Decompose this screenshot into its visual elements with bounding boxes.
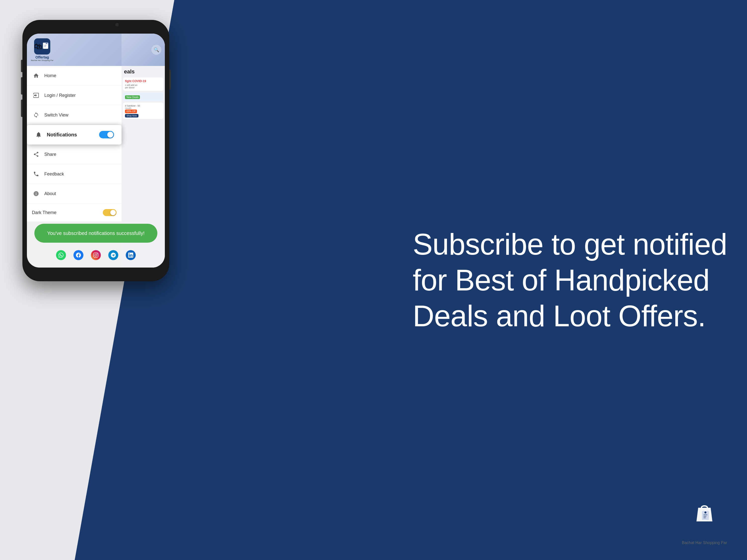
phone-volume-up-button: [21, 60, 22, 72]
feedback-label: Feedback: [44, 171, 117, 177]
switch-view-icon: [32, 111, 40, 119]
share-label: Share: [44, 152, 117, 157]
headline-line1: Subscribe to get notified: [413, 226, 727, 262]
about-icon: [32, 189, 40, 198]
notifications-icon: [34, 130, 43, 139]
deals-card-3: d Sanitizer - 50 Health 69% Off Shop Now: [123, 103, 163, 119]
svg-rect-4: [44, 46, 46, 46]
menu-item-feedback[interactable]: Feedback: [27, 164, 122, 184]
right-content: Subscribe to get notified for Best of Ha…: [413, 226, 727, 334]
phone-power-button: [169, 70, 171, 89]
notifications-toggle[interactable]: [99, 131, 114, 138]
svg-point-2: [46, 43, 47, 44]
bottom-logo-icon: [688, 497, 721, 529]
offertag-bottom-logo-svg: [694, 502, 714, 524]
bottom-logo-name: Offertag: [689, 531, 720, 540]
menu-item-about[interactable]: About: [27, 184, 122, 204]
menu-list: Home Login / Register Switch View: [27, 66, 122, 222]
phone-silent-button: [21, 100, 22, 117]
deals-card-1: fight COVID-19 n will add anper donor: [123, 77, 163, 91]
menu-item-switch-view[interactable]: Switch View: [27, 105, 122, 125]
instagram-icon[interactable]: [91, 250, 101, 260]
dark-theme-label: Dark Theme: [32, 210, 103, 215]
svg-point-7: [704, 511, 706, 513]
menu-item-home[interactable]: Home: [27, 66, 122, 86]
dark-theme-toggle[interactable]: [103, 209, 117, 216]
phone-device: Offertag Bachat Har Shopping Par 🔍 eals …: [22, 20, 169, 281]
linkedin-icon[interactable]: [126, 250, 136, 260]
discount-badge: 69% Off: [125, 109, 137, 113]
toast-message: You've subscribed notifications successf…: [34, 224, 157, 243]
social-icons-bar: [27, 250, 165, 260]
phone-body: Offertag Bachat Har Shopping Par 🔍 eals …: [22, 20, 169, 281]
svg-rect-10: [703, 517, 706, 518]
phone-volume-down-button: [21, 77, 22, 95]
svg-rect-3: [44, 45, 47, 46]
new-deals-badge: New Deals: [125, 95, 140, 99]
share-icon: [32, 150, 40, 159]
app-logo: Offertag Bachat Har Shopping Par: [31, 38, 54, 61]
about-label: About: [44, 191, 117, 196]
headline-line2: for Best of Handpicked: [413, 262, 727, 298]
deals-card-1-text: n will add anper donor: [125, 84, 161, 89]
phone-camera: [115, 23, 119, 26]
offertag-logo-svg: [42, 41, 50, 51]
search-button[interactable]: 🔍: [151, 45, 161, 55]
app-bg-header: 🔍: [122, 34, 165, 66]
switch-view-label: Switch View: [44, 112, 117, 118]
whatsapp-icon[interactable]: [56, 250, 66, 260]
deals-card-3-text: d Sanitizer - 50: [125, 105, 161, 107]
bottom-logo: Offertag Bachat Har Shopping Par: [682, 497, 727, 545]
deals-title: eals: [122, 66, 165, 76]
headline-line3: Deals and Loot Offers.: [413, 298, 727, 334]
toast-text: You've subscribed notifications successf…: [47, 231, 145, 236]
notifications-label: Notifications: [47, 132, 99, 138]
login-icon: [32, 91, 40, 100]
headline: Subscribe to get notified for Best of Ha…: [413, 226, 727, 334]
svg-rect-5: [44, 47, 46, 47]
feedback-icon: [32, 170, 40, 178]
home-label: Home: [44, 73, 117, 78]
menu-item-notifications[interactable]: Notifications: [27, 125, 122, 144]
svg-rect-8: [703, 514, 707, 515]
menu-item-login[interactable]: Login / Register: [27, 86, 122, 105]
facebook-icon[interactable]: [74, 250, 83, 260]
app-logo-icon: [34, 38, 50, 54]
app-tagline-label: Bachat Har Shopping Par: [31, 59, 54, 61]
login-label: Login / Register: [44, 93, 117, 98]
deals-card-1-title: fight COVID-19: [125, 79, 161, 83]
bottom-logo-tagline: Bachat Har Shopping Par: [682, 540, 727, 545]
menu-item-share[interactable]: Share: [27, 144, 122, 164]
phone-speaker: [74, 23, 118, 28]
deals-card-3-category: Health: [125, 107, 161, 109]
deals-card-2: New Deals: [123, 92, 163, 101]
home-icon: [32, 72, 40, 80]
menu-item-dark-theme[interactable]: Dark Theme: [27, 204, 122, 222]
shop-now-button[interactable]: Shop Now: [125, 114, 138, 117]
phone-screen: Offertag Bachat Har Shopping Par 🔍 eals …: [27, 34, 165, 268]
telegram-icon[interactable]: [108, 250, 118, 260]
svg-rect-9: [703, 516, 706, 517]
app-name-label: Offertag: [35, 55, 49, 59]
